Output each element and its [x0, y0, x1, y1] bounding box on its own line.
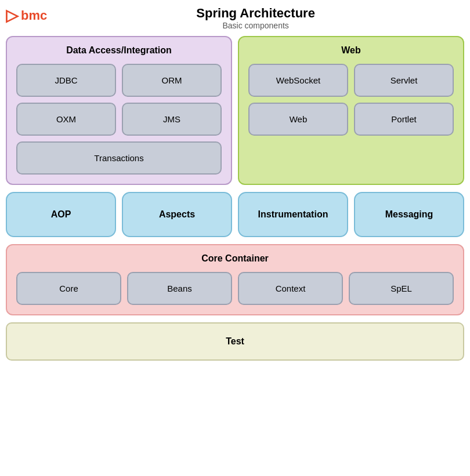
logo-text: bmc	[21, 8, 47, 23]
header: ▷ bmc Spring Architecture Basic componen…	[6, 6, 464, 30]
orm-box: ORM	[122, 64, 222, 97]
aspects-box: Aspects	[122, 192, 232, 237]
core-container-box: Core Container Core Beans Context SpEL	[6, 244, 464, 315]
main-title: Spring Architecture	[47, 6, 464, 21]
web-inner-box: Web	[248, 103, 348, 136]
transactions-box: Transactions	[16, 141, 222, 175]
websocket-box: WebSocket	[248, 64, 348, 97]
instrumentation-box: Instrumentation	[238, 192, 348, 237]
subtitle: Basic components	[47, 21, 464, 30]
web-title: Web	[248, 45, 454, 56]
beans-box: Beans	[127, 272, 232, 305]
test-box: Test	[6, 322, 464, 361]
data-access-title: Data Access/Integration	[16, 45, 222, 56]
jms-box: JMS	[122, 103, 222, 136]
servlet-box: Servlet	[354, 64, 454, 97]
data-access-box: Data Access/Integration JDBC ORM OXM JMS…	[6, 36, 232, 185]
messaging-box: Messaging	[354, 192, 464, 237]
context-box: Context	[238, 272, 343, 305]
aop-box: AOP	[6, 192, 116, 237]
portlet-box: Portlet	[354, 103, 454, 136]
core-grid: Core Beans Context SpEL	[16, 272, 454, 305]
logo: ▷ bmc	[6, 6, 47, 25]
jdbc-box: JDBC	[16, 64, 116, 97]
middle-row: AOP Aspects Instrumentation Messaging	[6, 192, 464, 237]
title-block: Spring Architecture Basic components	[47, 6, 464, 30]
oxm-box: OXM	[16, 103, 116, 136]
web-box: Web WebSocket Servlet Web Portlet	[238, 36, 464, 185]
core-box: Core	[16, 272, 121, 305]
data-access-grid: JDBC ORM OXM JMS	[16, 64, 222, 136]
spel-box: SpEL	[349, 272, 454, 305]
core-container-title: Core Container	[16, 253, 454, 264]
top-row: Data Access/Integration JDBC ORM OXM JMS…	[6, 36, 464, 185]
bmc-logo-icon: ▷	[6, 6, 19, 25]
web-grid: WebSocket Servlet Web Portlet	[248, 64, 454, 136]
